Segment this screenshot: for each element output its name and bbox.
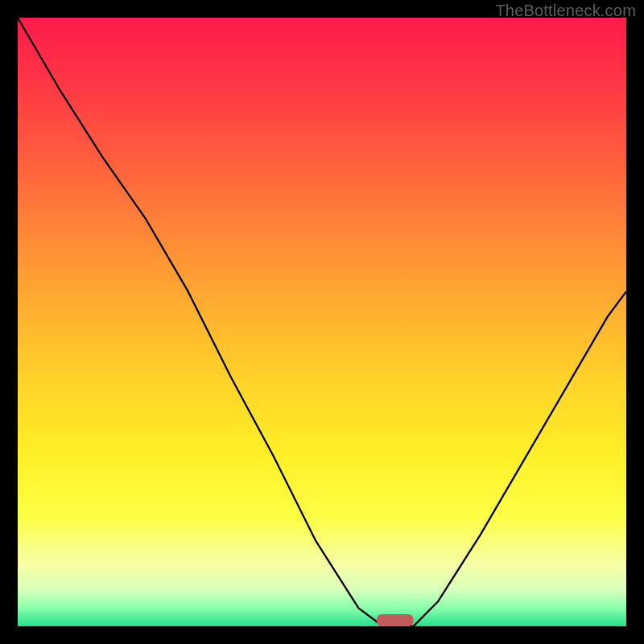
chart-frame: TheBottleneck.com bbox=[0, 0, 644, 644]
optimum-marker bbox=[377, 614, 413, 626]
gradient-background bbox=[18, 18, 626, 626]
bottleneck-chart bbox=[18, 18, 626, 626]
attribution-text: TheBottleneck.com bbox=[495, 2, 636, 20]
